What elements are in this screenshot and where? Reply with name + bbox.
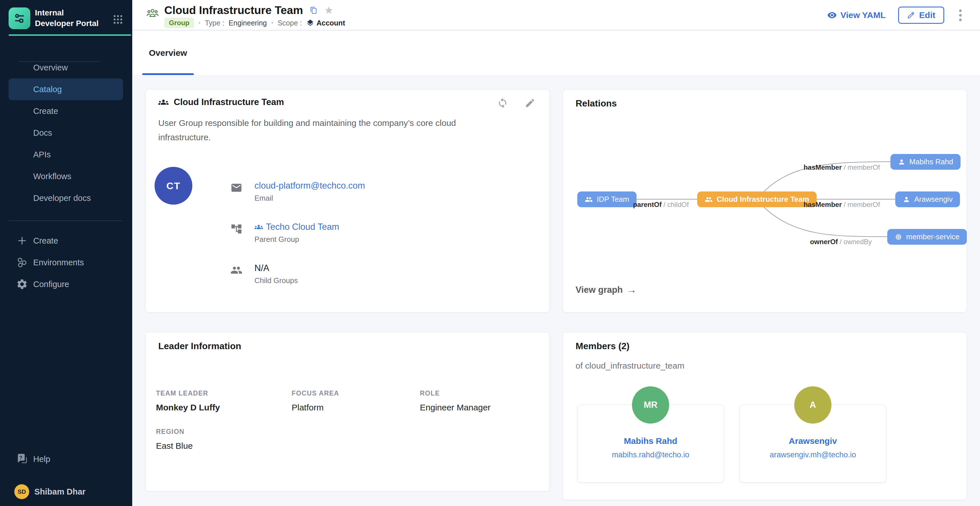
dot-separator: •: [198, 19, 200, 27]
header-actions: View YAML Edit: [827, 0, 964, 30]
node-label: member-service: [906, 232, 959, 241]
graph-node-arawsengiv[interactable]: Arawsengiv: [895, 191, 960, 207]
team-email-link[interactable]: cloud-platform@techco.com: [255, 181, 365, 191]
small-people-icon: [255, 223, 263, 231]
team-leader-value: Monkey D Luffy: [156, 403, 220, 412]
help-chat-icon: ?: [16, 453, 29, 465]
member-name-link[interactable]: Mabihs Rahd: [624, 436, 678, 446]
sidebar-divider: [9, 220, 123, 221]
edit-button[interactable]: Edit: [898, 6, 944, 24]
sidebar-item-create[interactable]: Create: [0, 100, 132, 122]
view-yaml-label: View YAML: [840, 10, 886, 20]
card-title: Leader Information: [158, 341, 241, 352]
members-subtitle: of cloud_infrastructure_team: [576, 361, 684, 371]
view-graph-label: View graph: [576, 285, 623, 295]
tab-active-underline: [142, 73, 194, 75]
kind-badge: Group: [164, 18, 194, 28]
sidebar-item-environments[interactable]: Environments: [0, 251, 132, 273]
edit-pencil-icon[interactable]: [525, 98, 536, 108]
entity-meta: Group • Type : Engineering • Scope : Acc…: [164, 18, 345, 28]
app-title: Internal Developer Portal: [35, 8, 101, 29]
kebab-menu-icon[interactable]: [957, 7, 964, 24]
edge-label-ownerof-ownedby: ownerOf / ownedBy: [810, 238, 872, 246]
sidebar-item-label: Environments: [33, 258, 84, 267]
tab-overview[interactable]: Overview: [142, 31, 194, 75]
help-label: Help: [33, 455, 50, 464]
member-card[interactable]: A Arawsengiv arawsengiv.mh@techo.io: [740, 405, 886, 482]
user-menu[interactable]: SD Shibam Dhar: [0, 482, 132, 501]
hexagons-icon: [16, 256, 28, 269]
type-value: Engineering: [229, 19, 267, 27]
sidebar: Internal Developer Portal Overview Catal…: [0, 0, 132, 506]
title-row: Cloud Infrastructure Team: [164, 3, 333, 18]
graph-node-idp-team[interactable]: IDP Team: [577, 191, 636, 207]
field-label: FOCUS AREA: [292, 390, 339, 397]
sidebar-nav: Overview Catalog Create Docs APIs Workfl…: [0, 57, 132, 209]
scope-value: Account: [306, 19, 345, 27]
sidebar-item-developer-docs[interactable]: Developer docs: [0, 187, 132, 209]
sidebar-accent-rule: [9, 34, 131, 36]
sidebar-item-configure[interactable]: Configure: [0, 273, 132, 295]
sidebar-item-label: Docs: [33, 128, 52, 138]
graph-node-cloud-infrastructure-team[interactable]: Cloud Infrastructure Team: [697, 191, 816, 207]
child-groups-value: N/A: [255, 263, 298, 273]
sidebar-item-label: Create: [33, 107, 58, 116]
gear-icon: [16, 278, 28, 290]
card-title: Cloud Infrastructure Team: [174, 97, 284, 107]
member-name-link[interactable]: Arawsengiv: [789, 436, 837, 446]
people-icon: [585, 196, 593, 204]
field-label: TEAM LEADER: [156, 390, 208, 397]
member-avatar: MR: [632, 387, 669, 423]
graph-node-mabihs-rahd[interactable]: Mabihs Rahd: [891, 154, 961, 170]
edge-label-parentof-childof: parentOf / childOf: [633, 200, 689, 208]
card-title-row: Cloud Infrastructure Team: [158, 97, 284, 107]
parent-group-link[interactable]: Techo Cloud Team: [255, 222, 339, 232]
org-tree-icon: [231, 223, 242, 235]
sidebar-item-label: Configure: [33, 280, 69, 289]
member-card[interactable]: MR Mabihs Rahd mabihs.rahd@techo.io: [577, 405, 724, 482]
member-email-link[interactable]: mabihs.rahd@techo.io: [612, 450, 689, 459]
user-avatar: SD: [14, 484, 29, 499]
person-icon: [898, 158, 905, 166]
app-switcher-grid-icon[interactable]: [112, 14, 124, 25]
member-avatar: A: [794, 387, 832, 423]
sidebar-item-create-action[interactable]: Create: [0, 230, 132, 251]
parent-group-row: Techo Cloud Team Parent Group: [231, 222, 339, 244]
sidebar-item-docs[interactable]: Docs: [0, 122, 132, 144]
mail-icon: [231, 182, 242, 194]
view-yaml-button[interactable]: View YAML: [827, 10, 886, 20]
sidebar-item-label: Catalog: [33, 85, 62, 94]
focus-area-value: Platform: [292, 403, 324, 412]
graph-node-member-service[interactable]: member-service: [887, 229, 967, 245]
sidebar-item-label: Developer docs: [33, 194, 91, 203]
sidebar-item-workflows[interactable]: Workflows: [0, 165, 132, 187]
scope-label: Scope :: [278, 19, 302, 27]
page-title: Cloud Infrastructure Team: [164, 4, 303, 17]
refresh-icon[interactable]: [497, 98, 508, 108]
view-graph-link[interactable]: View graph →: [576, 284, 636, 295]
parent-group-label: Parent Group: [255, 235, 339, 244]
people-icon: [231, 264, 242, 276]
field-label: ROLE: [420, 390, 440, 397]
team-about-card: Cloud Infrastructure Team User Group res…: [145, 89, 549, 312]
people-icon: [705, 196, 713, 204]
sidebar-item-catalog[interactable]: Catalog: [9, 78, 123, 100]
sidebar-item-overview[interactable]: Overview: [0, 57, 132, 78]
svg-text:?: ?: [19, 455, 22, 460]
sidebar-item-label: Workflows: [33, 172, 71, 181]
node-label: Arawsengiv: [914, 195, 953, 204]
card-actions: [497, 98, 536, 108]
copy-icon[interactable]: [310, 6, 317, 14]
leader-information-card: Leader Information TEAM LEADER Monkey D …: [145, 332, 549, 492]
sidebar-item-help[interactable]: ? Help: [0, 448, 132, 470]
team-avatar: CT: [154, 167, 192, 205]
star-icon[interactable]: [324, 6, 333, 15]
pencil-icon: [907, 11, 915, 19]
sidebar-item-apis[interactable]: APIs: [0, 144, 132, 165]
member-email-link[interactable]: arawsengiv.mh@techo.io: [770, 450, 856, 459]
sidebar-item-label: Create: [33, 236, 58, 245]
node-label: IDP Team: [597, 195, 629, 204]
email-label: Email: [255, 194, 365, 203]
card-title: Members (2): [576, 341, 630, 352]
logo-row: Internal Developer Portal: [9, 8, 124, 29]
